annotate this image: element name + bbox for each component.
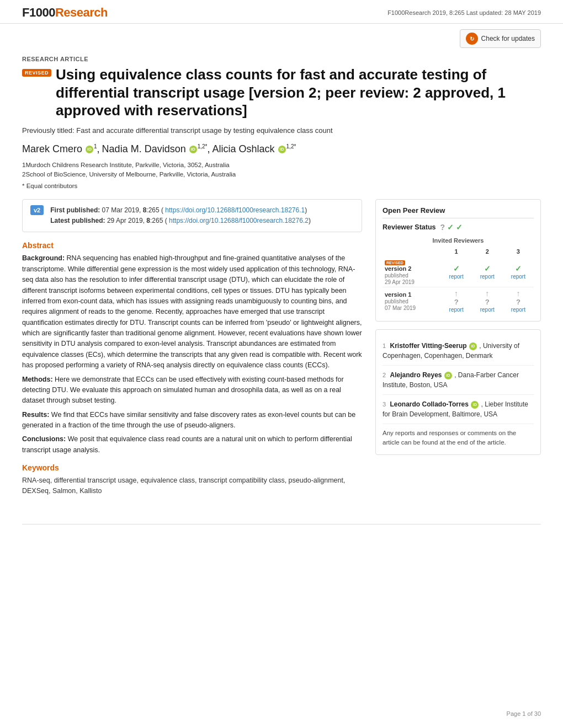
status-icons: ? ✓ ✓ — [440, 223, 463, 232]
invited-reviewers-label: Invited Reviewers — [383, 237, 534, 244]
latest-published-date: 29 Apr 2019, 8:265 ( — [107, 217, 169, 224]
orcid-icon-3[interactable]: iD — [278, 146, 286, 153]
affiliation-1: 1Murdoch Childrens Research Institute, P… — [22, 160, 541, 170]
v1-reviewer-1: ↑ ? report — [441, 287, 472, 315]
peer-review-title: Open Peer Review — [383, 206, 534, 218]
report-link-v1-1[interactable]: report — [449, 307, 464, 313]
abstract-methods: Methods: Here we demonstrate that ECCs c… — [22, 374, 362, 406]
reviewer-name-2: Alejandro Reyes — [390, 371, 442, 379]
results-label: Results: — [22, 411, 49, 419]
check-updates-label: Check for updates — [481, 35, 535, 42]
report-link-v2-3[interactable]: report — [511, 274, 525, 280]
abstract-background: Background: RNA sequencing has enabled h… — [22, 253, 362, 371]
left-column: v2 First published: 07 Mar 2019, 8:265 (… — [22, 199, 362, 496]
abstract-title: Abstract — [22, 241, 362, 250]
orcid-reviewer-2[interactable]: iD — [444, 372, 452, 379]
check-icon-v2-3: ✓ — [515, 264, 522, 273]
article-type-label: RESEARCH ARTICLE — [22, 56, 541, 62]
report-link-v1-3[interactable]: report — [511, 307, 525, 313]
version-1-text: version 1 — [385, 291, 411, 298]
report-link-v2-2[interactable]: report — [480, 274, 495, 280]
revised-badge-sm: REVISED — [385, 260, 405, 265]
report-link-v1-2[interactable]: report — [480, 307, 495, 313]
logo-research: Research — [55, 6, 108, 19]
revised-badge: REVISED — [22, 69, 51, 77]
conclusions-label: Conclusions: — [22, 435, 66, 443]
affiliation-2: 2School of BioScience, University of Mel… — [22, 170, 541, 179]
check-icon-v2-1: ✓ — [453, 264, 460, 273]
peer-review-box: Open Peer Review Reviewer Status ? ✓ ✓ I… — [375, 199, 541, 322]
latest-published-doi-link[interactable]: https://doi.org/10.12688/f1000research.1… — [169, 217, 309, 224]
arrow-icon-v1-3: ↑ — [516, 289, 520, 298]
reviewer-item-3: 3 Leonardo Collado-Torres iD , Lieber In… — [383, 395, 534, 424]
question-v1-1: ? — [454, 298, 459, 306]
background-label: Background: — [22, 254, 65, 262]
review-table: 1 2 3 REVISED version 2 pu — [383, 246, 534, 314]
author-2: Nadia M. Davidson iD1,2*, — [102, 143, 210, 155]
keywords-text: RNA-seq, differential transcript usage, … — [22, 475, 362, 496]
version-2-text: version 2 — [385, 265, 411, 272]
col-header-3: 3 — [503, 246, 534, 257]
reviewer-item-1: 1 Kristoffer Vitting-Seerup iD , Univers… — [383, 336, 534, 366]
check-for-updates-button[interactable]: ↻ Check for updates — [460, 29, 541, 48]
equal-contributors: * Equal contributors — [22, 183, 541, 189]
question-v1-3: ? — [516, 298, 520, 306]
report-link-v2-1[interactable]: report — [449, 274, 464, 280]
version-2-pub: published29 Apr 2019 — [385, 272, 415, 285]
col-header-empty — [383, 246, 441, 257]
reviewer-num-3: 3 — [383, 401, 386, 408]
reviewer-num-1: 1 — [383, 342, 386, 349]
orcid-reviewer-3[interactable]: iD — [471, 401, 479, 409]
right-column: Open Peer Review Reviewer Status ? ✓ ✓ I… — [375, 199, 541, 496]
version-details: First published: 07 Mar 2019, 8:265 ( ht… — [50, 205, 311, 226]
reviewer-num-2: 2 — [383, 372, 386, 378]
orcid-icon-1[interactable]: iD — [86, 146, 93, 153]
status-check-1: ✓ — [447, 223, 454, 232]
v1-reviewer-2: ↑ ? report — [472, 287, 503, 315]
latest-published-label: Latest published: — [50, 217, 105, 224]
article-title-row: REVISED Using equivalence class counts f… — [22, 66, 541, 124]
arrow-icon-v1-2: ↑ — [485, 289, 489, 298]
abstract-body: Background: RNA sequencing has enabled h… — [22, 253, 362, 456]
status-check-2: ✓ — [456, 223, 463, 232]
orcid-reviewer-1[interactable]: iD — [469, 342, 477, 350]
check-updates-area: ↻ Check for updates — [0, 24, 563, 50]
latest-published-line: Latest published: 29 Apr 2019, 8:265 ( h… — [50, 216, 311, 226]
journal-info: F1000Research 2019, 8:265 Last updated: … — [387, 9, 541, 16]
reviewers-list-box: 1 Kristoffer Vitting-Seerup iD , Univers… — [375, 329, 541, 455]
v2-badge: v2 — [30, 205, 44, 215]
article-title: Using equivalence class counts for fast … — [56, 66, 541, 120]
version-1-pub: published07 Mar 2019 — [385, 298, 416, 311]
logo-f1000: F1000 — [22, 6, 55, 19]
main-content: RESEARCH ARTICLE REVISED Using equivalen… — [0, 50, 563, 513]
affiliations: 1Murdoch Childrens Research Institute, P… — [22, 160, 541, 180]
page-footer: Page 1 of 30 — [507, 710, 541, 717]
status-question: ? — [440, 223, 445, 232]
reviewer-item-2: 2 Alejandro Reyes iD , Dana-Farber Cance… — [383, 366, 534, 395]
v2-reviewer-2: ✓ report — [472, 257, 503, 287]
reviewer-status-label: Reviewer Status — [383, 223, 436, 231]
two-column-layout: v2 First published: 07 Mar 2019, 8:265 (… — [22, 199, 541, 496]
updates-icon: ↻ — [466, 33, 478, 45]
orcid-icon-2[interactable]: iD — [189, 146, 197, 153]
version-info-box: v2 First published: 07 Mar 2019, 8:265 (… — [22, 199, 362, 232]
journal-logo: F1000Research — [22, 6, 108, 20]
authors-line: Marek Cmero iD1, Nadia M. Davidson iD1,2… — [22, 143, 541, 155]
reviewer-name-3: Leonardo Collado-Torres — [390, 400, 468, 408]
reviewer-note: Any reports and responses or comments on… — [383, 429, 534, 448]
author-1: Marek Cmero iD1, — [22, 143, 100, 155]
v2-reviewer-1: ✓ report — [441, 257, 472, 287]
version-2-row: REVISED version 2 published29 Apr 2019 ✓… — [383, 257, 534, 287]
reviewer-status-row: Reviewer Status ? ✓ ✓ — [383, 223, 534, 232]
top-bar: F1000Research F1000Research 2019, 8:265 … — [0, 0, 563, 24]
check-icon-v2-2: ✓ — [484, 264, 491, 273]
col-header-1: 1 — [441, 246, 472, 257]
v1-reviewer-3: ↑ ? report — [503, 287, 534, 315]
keywords-title: Keywords — [22, 463, 362, 472]
question-v1-2: ? — [485, 298, 490, 306]
first-published-date: 07 Mar 2019, 8:265 ( — [102, 206, 166, 214]
first-published-doi-link[interactable]: https://doi.org/10.12688/f1000research.1… — [165, 206, 305, 214]
version-1-label: version 1 published07 Mar 2019 — [383, 287, 441, 315]
methods-text: Here we demonstrate that ECCs can be use… — [22, 376, 344, 405]
reviewer-name-1: Kristoffer Vitting-Seerup — [390, 342, 466, 350]
